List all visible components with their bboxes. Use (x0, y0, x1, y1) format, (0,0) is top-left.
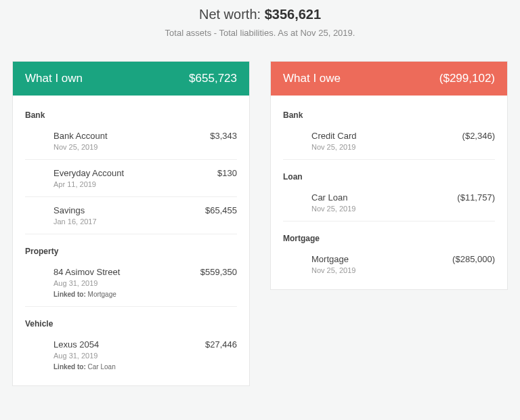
liability-item[interactable]: Mortgage ($285,000) Nov 25, 2019 (283, 246, 495, 282)
item-date: Nov 25, 2019 (53, 143, 237, 151)
asset-item[interactable]: Bank Account $3,343 Nov 25, 2019 (25, 123, 237, 160)
group-label: Vehicle (25, 307, 237, 331)
linked-label: Linked to: (53, 363, 86, 371)
liability-item[interactable]: Credit Card ($2,346) Nov 25, 2019 (283, 123, 495, 160)
assets-title: What I own (25, 72, 83, 85)
item-date: Nov 25, 2019 (311, 143, 495, 151)
networth-label: Net worth: (199, 7, 265, 22)
item-name: Mortgage (311, 254, 349, 264)
item-value: ($285,000) (452, 254, 495, 264)
item-date: Apr 11, 2019 (53, 180, 237, 188)
liabilities-card-header: What I owe ($299,102) (271, 62, 507, 96)
liabilities-title: What I owe (283, 72, 341, 85)
item-value: $130 (217, 168, 237, 178)
liabilities-card-body: Bank Credit Card ($2,346) Nov 25, 2019 L… (271, 96, 507, 289)
asset-item[interactable]: Lexus 2054 $27,446 Aug 31, 2019 Linked t… (25, 331, 237, 379)
assets-card-body: Bank Bank Account $3,343 Nov 25, 2019 Ev… (13, 96, 249, 385)
item-name: Lexus 2054 (53, 339, 99, 350)
liabilities-total: ($299,102) (439, 72, 495, 85)
item-value: $559,350 (200, 267, 237, 277)
group-label: Property (25, 234, 237, 259)
item-value: ($11,757) (457, 192, 495, 203)
liability-item[interactable]: Car Loan ($11,757) Nov 25, 2019 (283, 184, 495, 222)
group-label: Bank (25, 98, 237, 123)
item-date: Aug 31, 2019 (53, 352, 237, 360)
item-value: $3,343 (210, 131, 237, 141)
item-date: Nov 25, 2019 (311, 205, 495, 213)
item-name: Car Loan (311, 192, 347, 203)
item-linked: Linked to: Mortgage (53, 291, 237, 298)
item-name: 84 Asimov Street (53, 267, 120, 277)
asset-item[interactable]: Everyday Account $130 Apr 11, 2019 (25, 160, 237, 197)
assets-total: $655,723 (189, 72, 237, 85)
asset-item[interactable]: 84 Asimov Street $559,350 Aug 31, 2019 L… (25, 259, 237, 307)
item-value: ($2,346) (462, 131, 495, 141)
linked-label: Linked to: (53, 291, 86, 298)
item-date: Nov 25, 2019 (311, 266, 495, 274)
item-value: $65,455 (205, 205, 237, 215)
item-linked: Linked to: Car Loan (53, 363, 237, 371)
item-date: Aug 31, 2019 (53, 279, 237, 287)
assets-card-header: What I own $655,723 (13, 62, 249, 96)
liabilities-card: What I owe ($299,102) Bank Credit Card (… (270, 61, 508, 290)
networth-subtitle: Total assets - Total liabilities. As at … (0, 28, 520, 38)
item-date: Jan 16, 2017 (53, 217, 237, 226)
linked-to: Mortgage (88, 291, 116, 298)
group-label: Mortgage (283, 222, 495, 246)
summary-header: Net worth: $356,621 Total assets - Total… (0, 0, 520, 42)
networth-line: Net worth: $356,621 (0, 7, 520, 22)
item-name: Everyday Account (53, 168, 124, 178)
assets-card: What I own $655,723 Bank Bank Account $3… (12, 61, 250, 386)
linked-to: Car Loan (88, 363, 116, 371)
item-value: $27,446 (205, 339, 237, 350)
columns: What I own $655,723 Bank Bank Account $3… (0, 42, 520, 386)
item-name: Bank Account (53, 131, 108, 141)
asset-item[interactable]: Savings $65,455 Jan 16, 2017 (25, 197, 237, 234)
item-name: Savings (53, 205, 85, 215)
group-label: Loan (283, 160, 495, 184)
item-name: Credit Card (311, 131, 356, 141)
networth-value: $356,621 (265, 7, 321, 22)
group-label: Bank (283, 98, 495, 123)
